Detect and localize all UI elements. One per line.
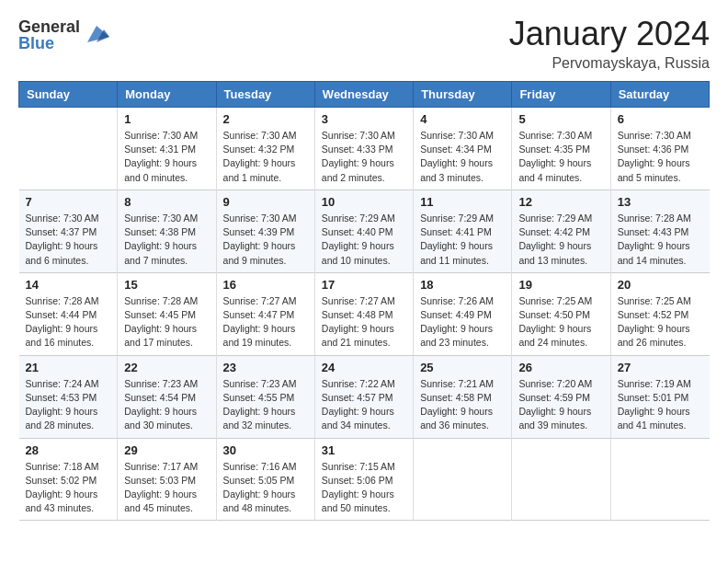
day-number: 30 [223,443,308,457]
week-row: 1Sunrise: 7:30 AM Sunset: 4:31 PM Daylig… [19,108,710,190]
cell-info: Sunrise: 7:25 AM Sunset: 4:52 PM Dayligh… [618,294,703,350]
title-block: January 2024 Pervomayskaya, Russia [509,15,710,72]
calendar-cell: 21Sunrise: 7:24 AM Sunset: 4:53 PM Dayli… [19,355,118,438]
header-day: Monday [118,82,216,108]
day-number: 20 [618,278,703,292]
calendar-cell [512,438,610,521]
cell-info: Sunrise: 7:20 AM Sunset: 4:59 PM Dayligh… [518,377,603,433]
header-day: Tuesday [216,82,314,108]
calendar-cell: 24Sunrise: 7:22 AM Sunset: 4:57 PM Dayli… [314,355,413,438]
calendar-cell: 30Sunrise: 7:16 AM Sunset: 5:05 PM Dayli… [216,438,314,521]
day-number: 19 [518,278,603,292]
day-number: 25 [420,361,505,374]
day-number: 27 [618,361,703,374]
day-number: 22 [124,361,209,374]
calendar-cell: 3Sunrise: 7:30 AM Sunset: 4:33 PM Daylig… [314,108,413,190]
cell-info: Sunrise: 7:24 AM Sunset: 4:53 PM Dayligh… [26,377,111,433]
cell-info: Sunrise: 7:16 AM Sunset: 5:05 PM Dayligh… [223,460,308,516]
day-number: 12 [518,195,603,209]
header-row: SundayMondayTuesdayWednesdayThursdayFrid… [19,82,710,108]
cell-info: Sunrise: 7:28 AM Sunset: 4:43 PM Dayligh… [618,212,703,268]
cell-info: Sunrise: 7:15 AM Sunset: 5:06 PM Dayligh… [322,460,406,516]
logo-icon [84,20,109,46]
cell-info: Sunrise: 7:23 AM Sunset: 4:54 PM Dayligh… [124,377,209,433]
day-number: 28 [26,443,111,457]
cell-info: Sunrise: 7:23 AM Sunset: 4:55 PM Dayligh… [223,377,308,433]
cell-info: Sunrise: 7:29 AM Sunset: 4:42 PM Dayligh… [518,212,603,268]
cell-info: Sunrise: 7:28 AM Sunset: 4:45 PM Dayligh… [124,294,209,350]
day-number: 11 [420,195,505,209]
calendar-cell: 10Sunrise: 7:29 AM Sunset: 4:40 PM Dayli… [314,190,413,272]
day-number: 8 [124,195,209,209]
day-number: 9 [223,195,308,209]
calendar-cell: 25Sunrise: 7:21 AM Sunset: 4:58 PM Dayli… [414,355,512,438]
day-number: 26 [518,361,603,374]
cell-info: Sunrise: 7:26 AM Sunset: 4:49 PM Dayligh… [420,294,505,350]
header-day: Thursday [414,82,512,108]
cell-info: Sunrise: 7:29 AM Sunset: 4:41 PM Dayligh… [420,212,505,268]
header-day: Friday [512,82,610,108]
day-number: 21 [26,361,111,374]
logo-general: General [18,18,80,35]
cell-info: Sunrise: 7:27 AM Sunset: 4:48 PM Dayligh… [322,294,406,350]
day-number: 16 [223,278,308,292]
calendar-cell: 19Sunrise: 7:25 AM Sunset: 4:50 PM Dayli… [512,272,610,355]
cell-info: Sunrise: 7:30 AM Sunset: 4:32 PM Dayligh… [223,129,308,185]
calendar-cell: 6Sunrise: 7:30 AM Sunset: 4:36 PM Daylig… [610,108,709,190]
day-number: 18 [420,278,505,292]
day-number: 15 [124,278,209,292]
calendar-table: SundayMondayTuesdayWednesdayThursdayFrid… [18,81,710,521]
day-number: 24 [322,361,406,374]
day-number: 17 [322,278,406,292]
calendar-cell: 15Sunrise: 7:28 AM Sunset: 4:45 PM Dayli… [118,272,216,355]
calendar-cell: 31Sunrise: 7:15 AM Sunset: 5:06 PM Dayli… [314,438,413,521]
calendar-cell: 4Sunrise: 7:30 AM Sunset: 4:34 PM Daylig… [414,108,512,190]
day-number: 1 [124,112,209,126]
calendar-cell: 12Sunrise: 7:29 AM Sunset: 4:42 PM Dayli… [512,190,610,272]
day-number: 2 [223,112,308,126]
day-number: 5 [518,112,603,126]
calendar-cell: 7Sunrise: 7:30 AM Sunset: 4:37 PM Daylig… [19,190,118,272]
header-day: Saturday [610,82,709,108]
calendar-cell: 8Sunrise: 7:30 AM Sunset: 4:38 PM Daylig… [118,190,216,272]
calendar-cell: 23Sunrise: 7:23 AM Sunset: 4:55 PM Dayli… [216,355,314,438]
day-number: 3 [322,112,406,126]
week-row: 7Sunrise: 7:30 AM Sunset: 4:37 PM Daylig… [19,190,710,272]
day-number: 23 [223,361,308,374]
month-title: January 2024 [509,15,710,53]
cell-info: Sunrise: 7:19 AM Sunset: 5:01 PM Dayligh… [618,377,703,433]
calendar-cell: 2Sunrise: 7:30 AM Sunset: 4:32 PM Daylig… [216,108,314,190]
calendar-cell: 1Sunrise: 7:30 AM Sunset: 4:31 PM Daylig… [118,108,216,190]
cell-info: Sunrise: 7:28 AM Sunset: 4:44 PM Dayligh… [26,294,111,350]
day-number: 10 [322,195,406,209]
cell-info: Sunrise: 7:30 AM Sunset: 4:34 PM Dayligh… [420,129,505,185]
cell-info: Sunrise: 7:22 AM Sunset: 4:57 PM Dayligh… [322,377,406,433]
calendar-cell: 20Sunrise: 7:25 AM Sunset: 4:52 PM Dayli… [610,272,709,355]
cell-info: Sunrise: 7:21 AM Sunset: 4:58 PM Dayligh… [420,377,505,433]
cell-info: Sunrise: 7:30 AM Sunset: 4:37 PM Dayligh… [26,212,111,268]
calendar-cell: 13Sunrise: 7:28 AM Sunset: 4:43 PM Dayli… [610,190,709,272]
cell-info: Sunrise: 7:18 AM Sunset: 5:02 PM Dayligh… [26,460,111,516]
cell-info: Sunrise: 7:17 AM Sunset: 5:03 PM Dayligh… [124,460,209,516]
cell-info: Sunrise: 7:29 AM Sunset: 4:40 PM Dayligh… [322,212,406,268]
page: General Blue January 2024 Pervomayskaya,… [0,0,728,563]
day-number: 6 [618,112,703,126]
header-day: Sunday [19,82,118,108]
cell-info: Sunrise: 7:27 AM Sunset: 4:47 PM Dayligh… [223,294,308,350]
logo-blue: Blue [18,35,80,52]
calendar-cell [610,438,709,521]
logo: General Blue [18,18,109,52]
day-number: 4 [420,112,505,126]
calendar-cell: 17Sunrise: 7:27 AM Sunset: 4:48 PM Dayli… [314,272,413,355]
week-row: 28Sunrise: 7:18 AM Sunset: 5:02 PM Dayli… [19,438,710,521]
calendar-cell [19,108,118,190]
week-row: 21Sunrise: 7:24 AM Sunset: 4:53 PM Dayli… [19,355,710,438]
calendar-cell: 9Sunrise: 7:30 AM Sunset: 4:39 PM Daylig… [216,190,314,272]
day-number: 31 [322,443,406,457]
cell-info: Sunrise: 7:30 AM Sunset: 4:38 PM Dayligh… [124,212,209,268]
calendar-cell: 28Sunrise: 7:18 AM Sunset: 5:02 PM Dayli… [19,438,118,521]
header-day: Wednesday [314,82,413,108]
calendar-cell: 5Sunrise: 7:30 AM Sunset: 4:35 PM Daylig… [512,108,610,190]
calendar-cell: 26Sunrise: 7:20 AM Sunset: 4:59 PM Dayli… [512,355,610,438]
header: General Blue January 2024 Pervomayskaya,… [18,15,710,72]
